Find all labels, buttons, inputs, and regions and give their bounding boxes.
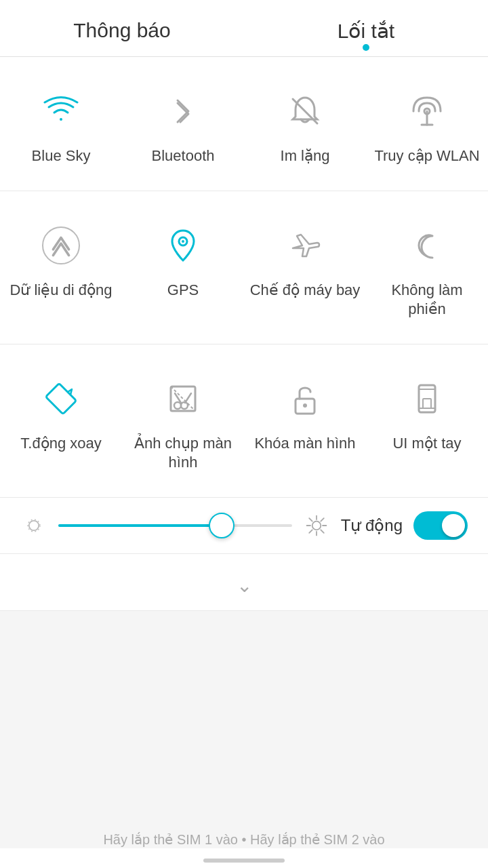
rotate-icon — [37, 374, 85, 423]
svg-rect-6 — [45, 383, 76, 414]
bluetooth-icon — [159, 87, 207, 136]
brightness-thumb[interactable] — [209, 513, 235, 538]
svg-line-27 — [321, 530, 324, 533]
quick-grid-row1: Blue Sky Bluetooth Im lặng — [0, 57, 488, 191]
one-hand-label: UI một tay — [392, 434, 461, 454]
quick-item-lock-screen[interactable]: Khóa màn hình — [244, 358, 366, 484]
status-bar-handle — [203, 859, 285, 863]
gps-icon — [159, 221, 207, 270]
airplane-icon — [281, 221, 329, 270]
gps-label: GPS — [167, 281, 199, 300]
tab-notification[interactable]: Thông báo — [0, 0, 244, 56]
quick-grid-row3: T.động xoay Ảnh chụp màn hình — [0, 344, 488, 498]
wlan-label: Truy cập WLAN — [374, 146, 479, 166]
notification-area — [0, 611, 488, 848]
svg-rect-16 — [423, 399, 431, 408]
toggle-knob — [442, 514, 465, 537]
tab-shortcut[interactable]: Lối tắt — [244, 0, 488, 56]
auto-brightness-label: Tự động — [341, 516, 403, 535]
expand-row[interactable]: ⌄ — [0, 554, 488, 611]
quick-item-gps[interactable]: GPS — [122, 205, 244, 330]
dnd-label: Không làm phiền — [371, 281, 483, 319]
brightness-slider[interactable] — [58, 524, 292, 527]
quick-item-silent[interactable]: Im lặng — [244, 71, 366, 177]
screenshot-label: Ảnh chụp màn hình — [127, 434, 239, 473]
quick-item-screenshot[interactable]: Ảnh chụp màn hình — [122, 358, 244, 484]
auto-rotate-label: T.động xoay — [20, 434, 101, 454]
one-hand-icon — [403, 374, 451, 423]
svg-point-19 — [29, 521, 39, 530]
brightness-row: Tự động — [0, 498, 488, 554]
mobile-data-icon — [37, 221, 85, 270]
blue-sky-label: Blue Sky — [32, 146, 91, 166]
lock-icon — [281, 374, 329, 423]
screenshot-icon — [159, 374, 207, 423]
status-bottom-text: Hãy lắp thẻ SIM 1 vào • Hãy lắp thẻ SIM … — [0, 831, 488, 848]
auto-brightness-toggle[interactable] — [413, 511, 468, 540]
airplane-label: Chế độ máy bay — [250, 281, 361, 300]
silent-icon — [281, 87, 329, 136]
wlan-icon — [403, 87, 451, 136]
silent-label: Im lặng — [281, 146, 330, 166]
wifi-icon — [37, 87, 85, 136]
quick-item-bluetooth[interactable]: Bluetooth — [122, 71, 244, 177]
svg-line-26 — [309, 518, 312, 521]
svg-point-14 — [303, 403, 307, 408]
bluetooth-label: Bluetooth — [152, 146, 215, 166]
svg-point-9 — [174, 402, 181, 409]
quick-item-auto-rotate[interactable]: T.động xoay — [0, 358, 122, 484]
brightness-fill — [58, 524, 222, 527]
svg-point-21 — [312, 521, 321, 530]
quick-item-dnd[interactable]: Không làm phiền — [366, 205, 488, 330]
brightness-max-icon — [303, 512, 330, 539]
svg-point-5 — [182, 240, 184, 243]
svg-line-29 — [309, 530, 312, 533]
quick-item-blue-sky[interactable]: Blue Sky — [0, 71, 122, 177]
svg-line-28 — [321, 518, 324, 521]
dnd-icon — [403, 221, 451, 270]
quick-item-wlan[interactable]: Truy cập WLAN — [366, 71, 488, 177]
quick-item-airplane[interactable]: Chế độ máy bay — [244, 205, 366, 330]
expand-icon[interactable]: ⌄ — [237, 574, 252, 597]
brightness-min-icon — [20, 512, 47, 539]
lock-screen-label: Khóa màn hình — [254, 434, 355, 454]
quick-item-one-hand[interactable]: UI một tay — [366, 358, 488, 484]
mobile-data-label: Dữ liệu di động — [9, 281, 112, 300]
header-tabs: Thông báo Lối tắt — [0, 0, 488, 57]
quick-grid-row2: Dữ liệu di động GPS Chế độ máy bay — [0, 191, 488, 344]
svg-line-12 — [185, 393, 191, 403]
quick-item-mobile-data[interactable]: Dữ liệu di động — [0, 205, 122, 330]
